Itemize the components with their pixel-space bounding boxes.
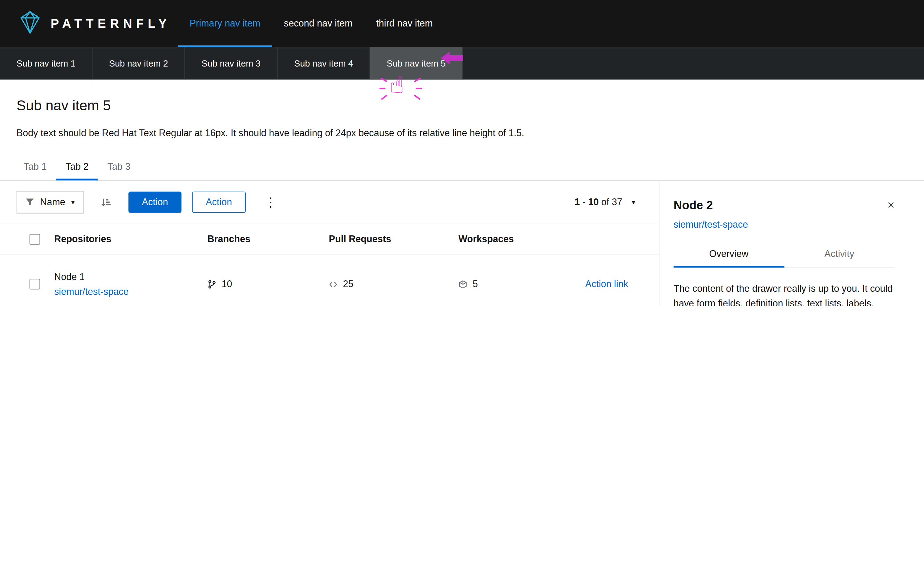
subnav-item-1[interactable]: Sub nav item 1 xyxy=(0,47,93,79)
row-link[interactable]: siemur/test-space xyxy=(54,286,129,297)
row-action-link[interactable]: Action link xyxy=(585,279,628,289)
row-name: Node 1 xyxy=(54,271,207,282)
primary-action-button[interactable]: Action xyxy=(129,191,182,213)
table-row: Node 1 siemur/test-space 10 25 5 Action … xyxy=(0,255,659,306)
annotation-pointer-cursor-icon: ☝ xyxy=(380,71,422,105)
table-header-row: Repositories Branches Pull Requests Work… xyxy=(0,223,659,255)
sort-icon xyxy=(100,196,111,207)
table-area: Name ▾ Action Action ⋮ 1 - 10 of 37 ▾ Re… xyxy=(0,181,660,306)
table-toolbar: Name ▾ Action Action ⋮ 1 - 10 of 37 ▾ xyxy=(0,181,659,223)
select-all-checkbox[interactable] xyxy=(30,234,40,244)
column-pull-requests: Pull Requests xyxy=(329,234,459,244)
filter-select[interactable]: Name ▾ xyxy=(16,191,84,213)
page-description: Body text should be Red Hat Text Regular… xyxy=(16,126,910,140)
drawer-header: Node 2 × xyxy=(673,199,894,212)
nav-item-second[interactable]: second nav item xyxy=(272,0,365,47)
primary-nav: Primary nav item second nav item third n… xyxy=(178,0,444,47)
subnav-item-4[interactable]: Sub nav item 4 xyxy=(278,47,371,79)
caret-down-icon: ▾ xyxy=(71,198,75,206)
tab-1[interactable]: Tab 1 xyxy=(14,153,56,180)
drawer-title: Node 2 xyxy=(673,199,713,212)
branches-count: 10 xyxy=(221,279,232,289)
pagination-range: 1 - 10 of 37 xyxy=(574,196,622,207)
column-branches: Branches xyxy=(207,234,328,244)
sort-button[interactable] xyxy=(97,194,113,210)
drawer-tabs: Overview Activity xyxy=(673,241,894,267)
details-drawer: Node 2 × siemur/test-space Overview Acti… xyxy=(660,181,924,306)
kebab-menu-button[interactable]: ⋮ xyxy=(261,195,280,209)
filter-label: Name xyxy=(40,196,65,207)
row-checkbox[interactable] xyxy=(30,279,40,289)
page-title: Sub nav item 5 xyxy=(16,97,910,114)
drawer-description: The content of the drawer really is up t… xyxy=(673,281,894,306)
column-repositories: Repositories xyxy=(54,234,207,244)
app-window: PATTERNFLY Primary nav item second nav i… xyxy=(0,0,924,306)
main-content: Name ▾ Action Action ⋮ 1 - 10 of 37 ▾ Re… xyxy=(0,180,924,306)
filter-icon xyxy=(25,198,34,206)
pointer-hand-glyph: ☝ xyxy=(389,73,404,97)
annotation-left-arrow-icon xyxy=(441,51,463,67)
pagination-caret-down-icon[interactable]: ▾ xyxy=(632,198,635,206)
page-header: Sub nav item 5 Body text should be Red H… xyxy=(0,79,924,140)
nav-item-primary[interactable]: Primary nav item xyxy=(178,0,272,47)
brand[interactable]: PATTERNFLY xyxy=(18,0,171,47)
drawer-tab-overview[interactable]: Overview xyxy=(673,241,784,267)
pagination-range-rest: of 37 xyxy=(601,196,622,207)
secondary-action-button[interactable]: Action xyxy=(192,191,246,213)
drawer-tab-activity[interactable]: Activity xyxy=(784,241,895,267)
nav-item-third[interactable]: third nav item xyxy=(365,0,444,47)
close-icon[interactable]: × xyxy=(887,199,894,211)
page-tabs: Tab 1 Tab 2 Tab 3 xyxy=(14,153,924,180)
cube-icon xyxy=(459,280,467,289)
column-workspaces: Workspaces xyxy=(459,234,552,244)
masthead: PATTERNFLY Primary nav item second nav i… xyxy=(0,0,924,47)
subnav-item-2[interactable]: Sub nav item 2 xyxy=(93,47,185,79)
pagination-range-bold: 1 - 10 xyxy=(574,196,599,207)
code-branch-icon xyxy=(207,280,216,289)
code-icon xyxy=(329,280,338,289)
tab-2[interactable]: Tab 2 xyxy=(56,153,98,180)
pull-requests-count: 25 xyxy=(343,279,353,289)
tab-3[interactable]: Tab 3 xyxy=(98,153,140,180)
subnav-item-3[interactable]: Sub nav item 3 xyxy=(185,47,278,79)
brand-title: PATTERNFLY xyxy=(51,17,171,31)
patternfly-logo-icon xyxy=(18,10,42,37)
workspaces-count: 5 xyxy=(472,279,478,289)
drawer-repo-link[interactable]: siemur/test-space xyxy=(673,220,748,230)
